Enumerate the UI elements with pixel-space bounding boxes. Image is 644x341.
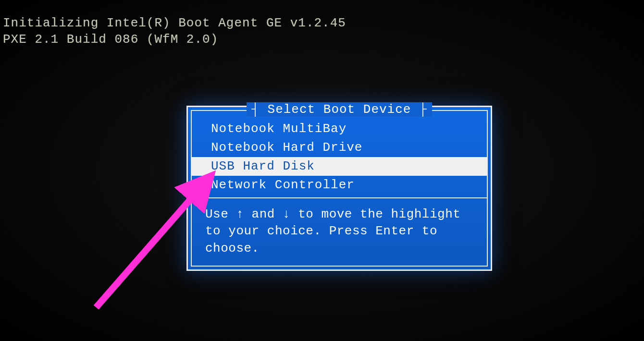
boot-option-label: Network Controller — [211, 178, 355, 192]
dialog-title-text: Select Boot Device — [268, 102, 411, 117]
title-bracket-right: ├ — [419, 102, 427, 117]
bios-init-text: Initializing Intel(R) Boot Agent GE v1.2… — [3, 15, 346, 48]
dialog-inner-frame: ┤ Select Boot Device ├ Notebook MultiBay… — [191, 110, 488, 267]
boot-option-label: Notebook MultiBay — [211, 122, 347, 136]
boot-option-usb-hard-disk[interactable]: USB Hard Disk — [192, 157, 487, 176]
bios-line-2: PXE 2.1 Build 086 (WfM 2.0) — [3, 32, 346, 48]
boot-option-label: Notebook Hard Drive — [211, 140, 362, 155]
boot-device-dialog: ┤ Select Boot Device ├ Notebook MultiBay… — [186, 106, 492, 271]
boot-device-list[interactable]: Notebook MultiBay Notebook Hard Drive US… — [192, 111, 487, 197]
boot-option-network-controller[interactable]: Network Controller — [192, 176, 487, 195]
boot-option-hard-drive[interactable]: Notebook Hard Drive — [192, 138, 487, 157]
title-bracket-left: ┤ — [251, 102, 260, 117]
dialog-help-text: Use ↑ and ↓ to move the highlight to you… — [192, 197, 487, 265]
boot-option-multibay[interactable]: Notebook MultiBay — [192, 120, 487, 138]
dialog-title: ┤ Select Boot Device ├ — [247, 102, 432, 117]
bios-line-1: Initializing Intel(R) Boot Agent GE v1.2… — [3, 15, 346, 32]
boot-option-label: USB Hard Disk — [211, 159, 315, 173]
